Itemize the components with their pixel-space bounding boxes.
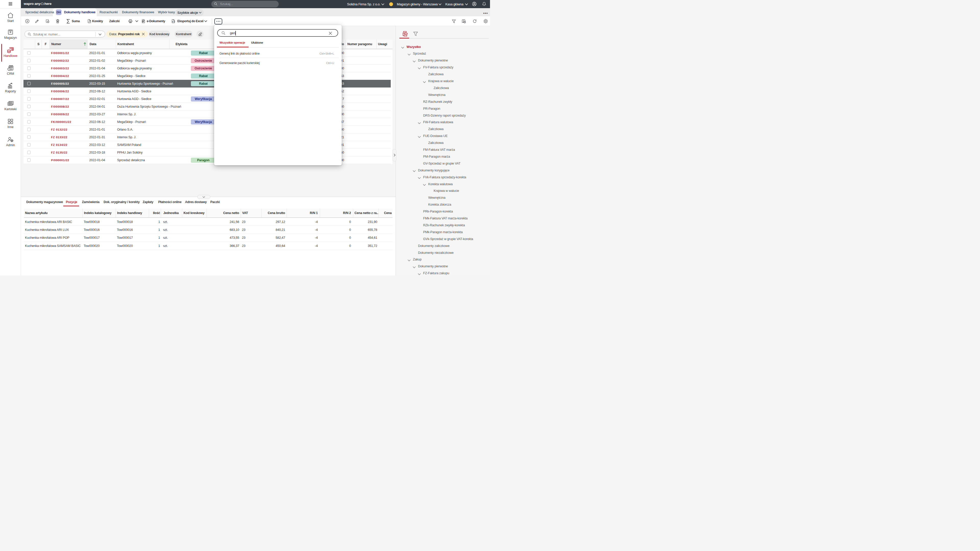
svg-text:XLSX: XLSX (172, 21, 175, 22)
svg-text:?: ? (465, 21, 465, 23)
